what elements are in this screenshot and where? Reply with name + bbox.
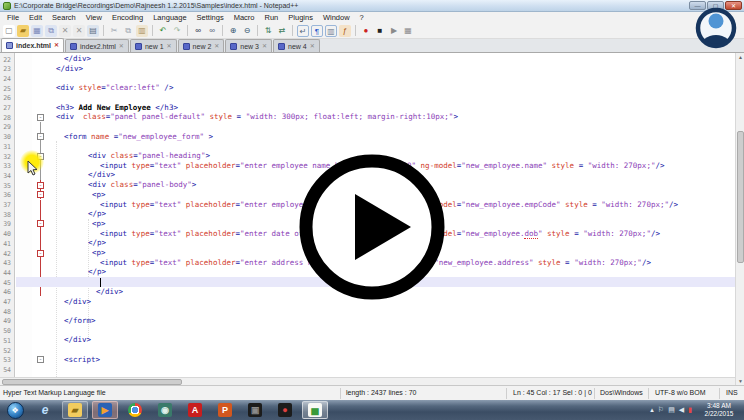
tab-index-html[interactable]: index.html✕ — [1, 38, 64, 52]
save-all-icon[interactable]: ⧉ — [45, 25, 57, 37]
menu-run[interactable]: Run — [260, 13, 284, 22]
line-number: 52 — [3, 347, 11, 355]
macro-save-icon[interactable]: ▦ — [402, 25, 414, 37]
save-icon[interactable]: ▦ — [31, 25, 43, 37]
vertical-scroll-thumb[interactable] — [737, 131, 744, 263]
menu-window[interactable]: Window — [318, 13, 355, 22]
redo-icon[interactable]: ↷ — [171, 25, 183, 37]
undo-icon[interactable]: ↶ — [157, 25, 169, 37]
menu-search[interactable]: Search — [47, 13, 81, 22]
fold-structure-line — [40, 287, 41, 297]
horizontal-scrollbar[interactable] — [0, 377, 735, 385]
macro-stop-icon[interactable]: ■ — [374, 25, 386, 37]
tab-new-4[interactable]: new 4✕ — [273, 39, 320, 52]
open-folder-icon[interactable]: ▰ — [17, 25, 29, 37]
action-center-icon[interactable]: ⚐ — [658, 406, 664, 414]
line-number: 54 — [3, 366, 11, 374]
menu-file[interactable]: File — [2, 13, 24, 22]
taskbar-clock[interactable]: 3:48 AM 2/22/2015 — [696, 402, 742, 418]
powerpoint-icon[interactable]: P — [212, 401, 238, 419]
tab-close-icon[interactable]: ✕ — [310, 43, 315, 50]
insert-mode-status[interactable]: INS — [726, 389, 738, 396]
fold-collapse-icon[interactable]: - — [37, 133, 44, 140]
fold-collapse-icon[interactable]: - — [37, 114, 44, 121]
internet-explorer-icon[interactable]: e — [32, 401, 58, 419]
fold-collapse-icon[interactable]: - — [37, 191, 44, 198]
tab-index2-html[interactable]: index2.html✕ — [65, 39, 129, 52]
tab-label: new 3 — [240, 43, 259, 50]
code-line-28: <div class="panel panel-default" style =… — [56, 112, 458, 122]
macro-play-icon[interactable]: ▶ — [388, 25, 400, 37]
chrome-icon[interactable] — [122, 401, 148, 419]
print-icon[interactable]: ▤ — [87, 25, 99, 37]
recorder-app-icon[interactable]: ▅ — [302, 401, 328, 419]
find-icon[interactable]: ∞ — [192, 25, 204, 37]
encoding-status[interactable]: UTF-8 w/o BOM — [655, 389, 706, 396]
network-icon[interactable]: ▤ — [668, 406, 675, 414]
start-button: ❖ — [7, 402, 24, 419]
cursor-position-status: Ln : 45 Col : 17 Sel : 0 | 0 — [513, 389, 592, 396]
menu-plugins[interactable]: Plugins — [283, 13, 318, 22]
show-all-chars-icon[interactable]: ¶ — [311, 25, 323, 37]
tab-close-icon[interactable]: ✕ — [262, 43, 267, 50]
adobe-reader-icon[interactable]: A — [182, 401, 208, 419]
fold-collapse-icon[interactable]: - — [37, 356, 44, 363]
new-file-icon[interactable]: ▢ — [3, 25, 15, 37]
recording-tray-icon[interactable]: ▮ — [688, 406, 692, 414]
menu-macro[interactable]: Macro — [229, 13, 260, 22]
fold-collapse-icon[interactable]: - — [37, 220, 44, 227]
tab-close-icon[interactable]: ✕ — [54, 42, 59, 49]
tab-close-icon[interactable]: ✕ — [119, 43, 124, 50]
status-bar: Hyper Text Markup Language file length :… — [0, 385, 744, 400]
paste-icon[interactable]: ▥ — [136, 25, 148, 37]
show-hidden-icons[interactable]: ▴ — [650, 406, 654, 414]
start-button[interactable]: ❖ — [2, 401, 28, 419]
menu-view[interactable]: View — [81, 13, 107, 22]
menu-[interactable]: ? — [355, 13, 369, 22]
sync-vertical-icon[interactable]: ⇅ — [262, 25, 274, 37]
indent-guide-icon[interactable]: ▥ — [325, 25, 337, 37]
vertical-scrollbar[interactable]: ▲ ▼ — [735, 53, 744, 385]
fold-collapse-icon[interactable]: - — [37, 182, 44, 189]
tab-label: new 2 — [193, 43, 212, 50]
dark-app-icon[interactable]: ▣ — [242, 401, 268, 419]
macro-record-icon[interactable]: ● — [360, 25, 372, 37]
line-number: 27 — [3, 104, 11, 112]
tab-new-1[interactable]: new 1✕ — [130, 39, 177, 52]
media-player-icon[interactable]: ▶ — [92, 401, 118, 419]
menu-language[interactable]: Language — [148, 13, 191, 22]
tab-close-icon[interactable]: ✕ — [167, 43, 172, 50]
line-number: 39 — [3, 220, 11, 228]
menu-edit[interactable]: Edit — [24, 13, 47, 22]
explorer-folder-icon[interactable]: ▰ — [62, 401, 88, 419]
fold-margin[interactable]: -------- — [16, 53, 32, 385]
cut-icon[interactable]: ✂ — [108, 25, 120, 37]
zoom-in-icon[interactable]: ⊕ — [227, 25, 239, 37]
scroll-up-arrow[interactable]: ▲ — [736, 53, 744, 61]
video-play-button[interactable] — [299, 154, 445, 300]
tab-new-3[interactable]: new 3✕ — [225, 39, 272, 52]
close-doc-icon[interactable]: ✕ — [59, 25, 71, 37]
menu-settings[interactable]: Settings — [192, 13, 229, 22]
function-list-icon[interactable]: ƒ — [339, 25, 351, 37]
replace-icon[interactable]: ∞ — [206, 25, 218, 37]
line-number: 42 — [3, 250, 11, 258]
scroll-down-arrow[interactable]: ▼ — [736, 377, 744, 385]
tab-close-icon[interactable]: ✕ — [214, 43, 219, 50]
dark-app2-icon[interactable]: ● — [272, 401, 298, 419]
volume-icon[interactable]: ◀ — [679, 406, 684, 414]
tab-new-2[interactable]: new 2✕ — [178, 39, 225, 52]
sync-horizontal-icon[interactable]: ⇄ — [276, 25, 288, 37]
zoom-out-icon[interactable]: ⊖ — [241, 25, 253, 37]
close-all-icon[interactable]: ✕ — [73, 25, 85, 37]
copy-icon[interactable]: ⧉ — [122, 25, 134, 37]
code-line-32: <div class="panel-heading"> — [88, 151, 210, 161]
fold-collapse-icon[interactable]: - — [37, 250, 44, 257]
toolbar: ▢▰▦⧉✕✕▤✂⧉▥↶↷∞∞⊕⊖⇅⇄↵¶▥ƒ●■▶▦ — [0, 23, 744, 39]
word-wrap-icon[interactable]: ↵ — [297, 25, 309, 37]
fold-structure-line — [40, 238, 41, 248]
eol-format-status[interactable]: Dos\Windows — [600, 389, 643, 396]
menu-encoding[interactable]: Encoding — [107, 13, 148, 22]
capture-app-icon[interactable]: ◉ — [152, 401, 178, 419]
line-number: 51 — [3, 337, 11, 345]
